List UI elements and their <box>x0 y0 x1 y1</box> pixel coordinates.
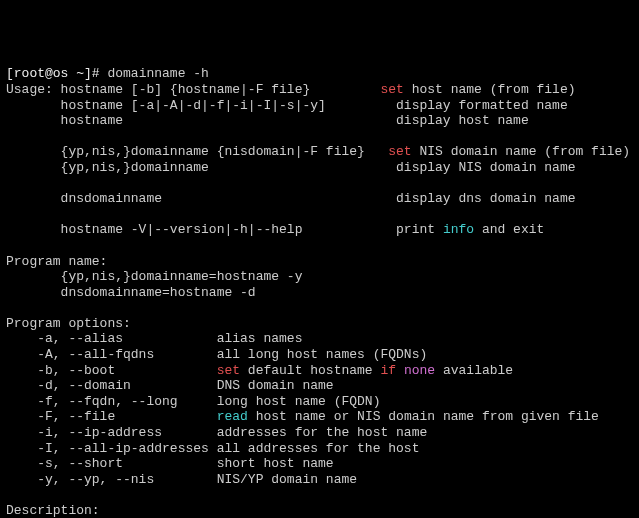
keyword-none: none <box>404 363 435 378</box>
usage-line: {yp,nis,}domainname display NIS domain n… <box>6 160 576 175</box>
option-line: -i, --ip-address addresses for the host … <box>6 425 427 440</box>
keyword-set: set <box>217 363 240 378</box>
usage-heading: Usage: <box>6 82 53 97</box>
description-section: Description: This command can get or set… <box>6 503 599 518</box>
keyword-info: info <box>443 222 474 237</box>
option-line: -d, --domain DNS domain name <box>6 378 334 393</box>
keyword-set: set <box>380 82 403 97</box>
program-name-line: dnsdomainname=hostname -d <box>6 285 256 300</box>
description-heading: Description: <box>6 503 100 518</box>
typed-command: domainname -h <box>107 66 208 81</box>
terminal-output: [root@os ~]# domainname -h Usage: hostna… <box>6 66 633 518</box>
option-text: default hostname <box>240 363 380 378</box>
usage-text: host name (from file) <box>404 82 576 97</box>
usage-line: hostname -V|--version|-h|--help print <box>6 222 443 237</box>
blank-line <box>6 176 14 191</box>
program-name-section: Program name: {yp,nis,}domainname=hostna… <box>6 254 302 300</box>
option-line: -F, --file <box>6 409 217 424</box>
option-line: -y, --yp, --nis NIS/YP domain name <box>6 472 357 487</box>
usage-text: NIS domain name (from file) <box>412 144 630 159</box>
usage-line: hostname [-b] {hostname|-F file} <box>53 82 381 97</box>
option-text: host name or NIS domain name from given … <box>248 409 599 424</box>
keyword-read: read <box>217 409 248 424</box>
usage-text: and exit <box>474 222 544 237</box>
blank-line <box>6 129 14 144</box>
usage-line: dnsdomainname display dns domain name <box>6 191 576 206</box>
usage-line: hostname display host name <box>6 113 529 128</box>
option-text <box>396 363 404 378</box>
usage-line: {yp,nis,}domainname {nisdomain|-F file} <box>6 144 388 159</box>
keyword-set: set <box>388 144 411 159</box>
usage-line: hostname [-a|-A|-d|-f|-i|-I|-s|-y] displ… <box>6 98 568 113</box>
usage-section: Usage: hostname [-b] {hostname|-F file} … <box>6 82 630 237</box>
option-line: -a, --alias alias names <box>6 331 302 346</box>
option-line: -f, --fqdn, --long long host name (FQDN) <box>6 394 380 409</box>
keyword-if: if <box>380 363 396 378</box>
option-line: -A, --all-fqdns all long host names (FQD… <box>6 347 427 362</box>
program-name-heading: Program name: <box>6 254 107 269</box>
prompt-line[interactable]: [root@os ~]# domainname -h <box>6 66 209 81</box>
option-line: -s, --short short host name <box>6 456 334 471</box>
program-name-line: {yp,nis,}domainname=hostname -y <box>6 269 302 284</box>
option-line: -b, --boot <box>6 363 217 378</box>
shell-prompt: [root@os ~]# <box>6 66 107 81</box>
blank-line <box>6 207 14 222</box>
options-heading: Program options: <box>6 316 131 331</box>
option-line: -I, --all-ip-addresses all addresses for… <box>6 441 419 456</box>
options-section: Program options: -a, --alias alias names… <box>6 316 599 487</box>
option-text: available <box>435 363 513 378</box>
